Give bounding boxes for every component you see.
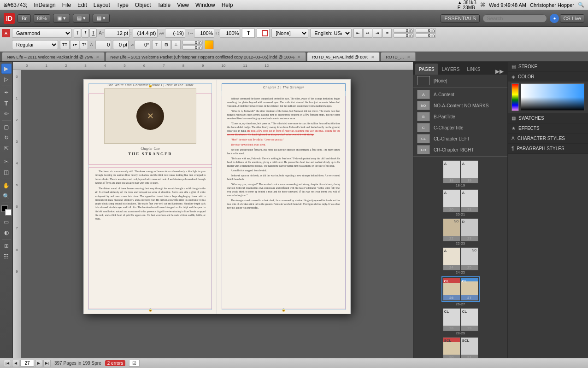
panel-more-btn[interactable]: ▶▶	[494, 68, 506, 75]
skew-angle-input[interactable]	[135, 40, 150, 49]
master-b-part[interactable]: B B-PartTitle	[413, 111, 507, 122]
effects-header[interactable]: ★ EFFECTS	[508, 123, 588, 133]
space-after-input[interactable]	[394, 33, 414, 38]
scale-y-input[interactable]	[220, 29, 240, 38]
gradient-tool[interactable]: ◫	[1, 167, 12, 177]
page-23-thumb[interactable]: D 23	[461, 218, 478, 241]
page-18-thumb[interactable]: A 18	[443, 160, 460, 183]
page-24-thumb[interactable]: A 24	[443, 247, 460, 270]
page-29-thumb[interactable]: CL 29	[461, 308, 478, 331]
view-mode-btn3[interactable]: ▦ ▾	[93, 14, 110, 23]
spread-26-27-active[interactable]: CL 26 CL 27 26-27	[416, 276, 505, 306]
spread-22-23[interactable]: NO 22 D 23 22-23	[416, 218, 505, 245]
master-no-a[interactable]: NO NO-A-Content NO MARKS	[413, 100, 507, 111]
current-page-input[interactable]	[20, 360, 34, 367]
tab-3-active[interactable]: ROTD_v5_FINAL.indd @ 88% ✕	[307, 52, 380, 61]
color-select[interactable]: [None]	[271, 29, 308, 38]
pen-tool[interactable]: ✒	[1, 88, 12, 98]
essentials-button[interactable]: ESSENTIALS	[441, 14, 480, 23]
page-30-thumb[interactable]: SCL 30	[443, 337, 460, 358]
links-tab[interactable]: LINKS	[463, 64, 484, 75]
menu-object[interactable]: Object	[135, 2, 151, 8]
zoom-control[interactable]: 88%	[34, 14, 50, 23]
scale-tool[interactable]: ⇱	[1, 143, 12, 153]
tab-2[interactable]: New Life – 2011 Welcome Packet (Christop…	[106, 52, 306, 61]
space-4-input[interactable]	[182, 45, 203, 50]
direct-select-tool[interactable]: ▷	[1, 74, 12, 84]
kerning-input[interactable]	[165, 29, 185, 38]
bot-align-btn[interactable]: ⊥	[171, 40, 181, 49]
tab-3-close[interactable]: ✕	[371, 55, 375, 59]
master-c-chapter[interactable]: C C-ChapterTitle	[413, 122, 507, 133]
pages-panel-content[interactable]: [None] A A-Content NO NO-A-Content NO MA…	[413, 75, 507, 358]
none-master-item[interactable]: [None]	[413, 75, 507, 87]
search-icon[interactable]: 🔍	[578, 2, 584, 8]
stroke-color-swatch[interactable]	[257, 29, 270, 38]
pages-tab[interactable]: PAGES	[415, 64, 438, 75]
leading-input[interactable]	[133, 29, 158, 38]
tab-4-close[interactable]: ✕	[407, 55, 411, 59]
color-header[interactable]: ◈ COLOR	[508, 72, 588, 82]
left-page-body[interactable]: The forest air was unusually still. The …	[89, 169, 211, 308]
left-page[interactable]: The White Lion Chronicles Book I | Rise …	[83, 79, 217, 314]
select-tool[interactable]: ▶	[1, 64, 12, 74]
spread-24-25[interactable]: A 24 NO 25 24-25	[416, 247, 505, 275]
document-canvas[interactable]: The White Lion Chronicles Book I | Rise …	[21, 70, 413, 358]
menu-indesign[interactable]: InDesign	[34, 2, 55, 8]
tab-1-close[interactable]: ✕	[96, 55, 100, 59]
align-center-btn[interactable]: ⇔	[363, 29, 372, 38]
chapter-image-box[interactable]: ✕	[104, 88, 196, 144]
text-color-swatch[interactable]: T	[242, 29, 255, 38]
spread-20-21[interactable]: A 20 A 21 20-21	[416, 189, 505, 216]
page-20-thumb[interactable]: A 20	[443, 189, 460, 212]
underline-btn[interactable]: T	[89, 29, 97, 38]
page-27-thumb[interactable]: CL 27	[461, 278, 478, 301]
skew-input[interactable]	[113, 40, 129, 49]
small-caps-btn[interactable]: Tᴛ	[70, 40, 79, 49]
mid-align-btn[interactable]: ⊟	[162, 40, 171, 49]
rotate-tool[interactable]: ↻	[1, 133, 12, 143]
page-19-thumb[interactable]: A 19	[461, 160, 478, 183]
view-mode-btn2[interactable]: ▤ ▾	[73, 14, 90, 23]
language-select[interactable]: English: USA	[310, 29, 352, 38]
prev-page-btn[interactable]: ◀	[12, 360, 19, 367]
search-input[interactable]	[482, 14, 547, 23]
last-page-btn[interactable]: ▶|	[43, 360, 51, 367]
first-page-btn[interactable]: |◀	[4, 360, 11, 367]
bridge-button[interactable]: Br	[18, 14, 31, 23]
tab-4[interactable]: ROTD_… ✕	[381, 52, 416, 61]
spread-28-29[interactable]: CL 28 CL 29 28-29	[416, 308, 505, 335]
rectangle-tool[interactable]: ▢	[1, 122, 12, 132]
scissors-tool[interactable]: ✂	[1, 157, 12, 167]
canvas-area[interactable]: 0 1 2 3 4 5 6 7 8 9 10 11 12 0 1 2 3	[13, 62, 413, 358]
zoom-tool[interactable]: 🔍	[1, 191, 12, 201]
preview-mode-btn[interactable]: ◐	[1, 228, 12, 238]
normal-mode-btn[interactable]: ▭	[1, 217, 12, 227]
indent-right-input[interactable]	[416, 33, 436, 38]
master-cr-right[interactable]: CR CR-Chapter RIGHT	[413, 144, 507, 155]
menu-help[interactable]: Help	[222, 2, 233, 8]
cs-live-button[interactable]: CS Live	[560, 14, 584, 23]
font-family-select[interactable]: Garamond	[12, 29, 72, 38]
superscript-btn[interactable]: T²	[80, 40, 88, 49]
menu-table[interactable]: Table	[158, 2, 171, 8]
lightning-icon[interactable]	[205, 40, 214, 49]
hand-tool[interactable]: ✋	[1, 181, 12, 191]
master-a-content[interactable]: A A-Content	[413, 89, 507, 100]
menu-view[interactable]: View	[177, 2, 189, 8]
apple-menu[interactable]: &#63743;	[4, 2, 27, 8]
align-right-btn[interactable]: ⇥	[373, 29, 382, 38]
table-tool[interactable]: ☷	[1, 251, 12, 262]
swatches-header[interactable]: ▦ SWATCHES	[508, 113, 588, 123]
bold-btn[interactable]: T	[74, 29, 81, 38]
page-22-thumb[interactable]: NO 22	[443, 218, 460, 241]
spread-30-plus[interactable]: SCL 30 SCL 31	[416, 337, 505, 358]
page-31-thumb[interactable]: SCL 31	[461, 337, 478, 358]
align-left-btn[interactable]: ⇤	[353, 29, 363, 38]
menu-file[interactable]: File	[62, 2, 71, 8]
preflight-box[interactable]: ☑	[129, 360, 140, 367]
character-styles-header[interactable]: A CHARACTER STYLES	[508, 134, 588, 143]
pencil-tool[interactable]: ✏	[1, 109, 12, 119]
page-28-thumb[interactable]: CL 28	[443, 308, 460, 331]
indent-left-input[interactable]	[416, 28, 436, 33]
